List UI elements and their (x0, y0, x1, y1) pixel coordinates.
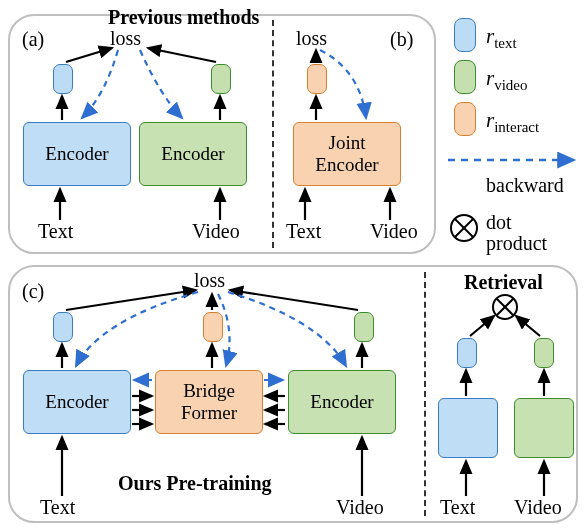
legend-rvideo: rvideo (486, 66, 528, 94)
encoder-text-c-label: Encoder (45, 391, 108, 413)
separator-bottom (424, 272, 426, 516)
title-retrieval: Retrieval (464, 271, 543, 294)
encoder-text-a: Encoder (23, 122, 131, 186)
joint-encoder-b: Joint Encoder (293, 122, 401, 186)
label-video-b: Video (370, 220, 418, 243)
encoder-text-a-label: Encoder (45, 143, 108, 165)
label-text-c: Text (40, 496, 75, 519)
capsule-rtext-r (457, 338, 477, 368)
separator-top (272, 20, 274, 248)
label-text-r: Text (440, 496, 475, 519)
label-video-a: Video (192, 220, 240, 243)
legend-backward-label: backward (486, 174, 564, 197)
encoder-video-r (514, 398, 574, 458)
legend-rinteract: rinteract (486, 108, 539, 136)
text-loss-b: loss (296, 27, 327, 50)
svg-line-37 (455, 219, 473, 237)
legend-rtext: rtext (486, 24, 517, 52)
encoder-text-r (438, 398, 498, 458)
label-a: (a) (22, 28, 44, 51)
svg-point-36 (451, 215, 477, 241)
encoder-text-c: Encoder (23, 370, 131, 434)
legend-capsule-interact (454, 102, 476, 136)
encoder-video-c-label: Encoder (310, 391, 373, 413)
legend-dotproduct-label: dotproduct (486, 212, 547, 254)
capsule-rtext-c (53, 312, 73, 342)
svg-line-38 (455, 219, 473, 237)
encoder-video-a: Encoder (139, 122, 247, 186)
capsule-rvideo-r (534, 338, 554, 368)
bridge-former-label: Bridge Former (181, 380, 237, 424)
bridge-former: Bridge Former (155, 370, 263, 434)
label-video-c: Video (336, 496, 384, 519)
diagram-canvas: Previous methods (a) (b) loss loss Encod… (0, 0, 584, 532)
title-previous-methods: Previous methods (108, 6, 259, 29)
legend-capsule-video (454, 60, 476, 94)
encoder-video-c: Encoder (288, 370, 396, 434)
label-b: (b) (390, 28, 413, 51)
joint-encoder-b-label: Joint Encoder (315, 132, 378, 176)
text-loss-a: loss (110, 27, 141, 50)
capsule-rinteract-b (307, 64, 327, 94)
label-text-a: Text (38, 220, 73, 243)
capsule-rvideo-c (354, 312, 374, 342)
legend-capsule-text (454, 18, 476, 52)
title-ours: Ours Pre-training (118, 472, 272, 495)
text-loss-c: loss (194, 269, 225, 292)
capsule-rtext-a (53, 64, 73, 94)
label-video-r: Video (514, 496, 562, 519)
label-c: (c) (22, 280, 44, 303)
capsule-rvideo-a (211, 64, 231, 94)
encoder-video-a-label: Encoder (161, 143, 224, 165)
label-text-b: Text (286, 220, 321, 243)
capsule-rinteract-c (203, 312, 223, 342)
